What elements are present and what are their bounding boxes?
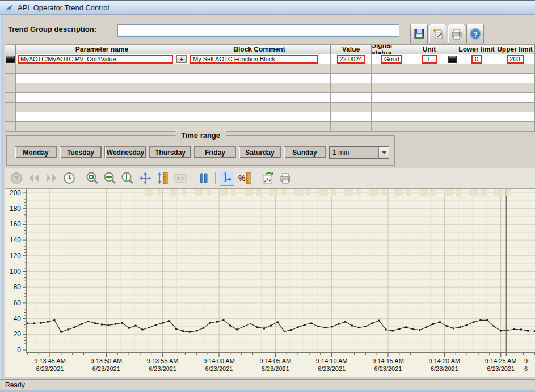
upper-limit-value[interactable]: 200 xyxy=(507,55,524,64)
trend-cursor-button[interactable] xyxy=(220,171,234,186)
svg-text:140: 140 xyxy=(10,236,21,244)
chevron-down-icon xyxy=(382,151,386,154)
help-icon: ? xyxy=(469,28,482,40)
trend-group-description-input[interactable] xyxy=(117,24,399,37)
value-text: 22.0024 xyxy=(337,55,365,64)
svg-text:120: 120 xyxy=(10,252,21,260)
step-back-button xyxy=(27,171,41,186)
svg-text:9:14:15 AM: 9:14:15 AM xyxy=(372,357,404,364)
table-row-empty[interactable] xyxy=(5,83,535,93)
col-block-comment: Block Comment xyxy=(188,44,331,54)
time-range-button[interactable] xyxy=(62,171,77,186)
col-parameter-name: Parameter name xyxy=(16,44,188,54)
row-select-button[interactable] xyxy=(5,54,16,64)
svg-text:100: 100 xyxy=(10,268,21,276)
svg-text:6/23/2021: 6/23/2021 xyxy=(36,365,64,372)
table-row-empty[interactable] xyxy=(5,93,535,103)
percent-scale-button[interactable]: % xyxy=(237,171,252,186)
svg-text:6/23/2021: 6/23/2021 xyxy=(318,365,346,372)
row-handle[interactable] xyxy=(6,56,15,63)
one-to-one-icon: 1:1 xyxy=(174,171,187,185)
signal-status-cell: Good xyxy=(372,54,412,64)
parameter-name-cell[interactable]: MyAOTC/MyAOTC.PV_Out#Value + xyxy=(16,54,188,64)
day-button-friday[interactable]: Friday xyxy=(194,146,236,158)
configure-trend-button[interactable] xyxy=(429,24,446,44)
time-range-clock-icon xyxy=(62,171,76,185)
day-button-sunday[interactable]: Sunday xyxy=(284,146,326,158)
zoom-horizontal-icon xyxy=(103,171,117,185)
y-axis-zoom-button[interactable] xyxy=(155,171,170,186)
table-row-empty[interactable] xyxy=(5,64,535,74)
unit-cell[interactable]: L xyxy=(412,54,446,64)
svg-text:160: 160 xyxy=(10,220,21,228)
svg-text:9:: 9: xyxy=(524,357,529,364)
table-row-empty[interactable] xyxy=(5,122,535,132)
svg-text:9:13:50 AM: 9:13:50 AM xyxy=(91,357,123,364)
window-title: APL Operator Trend Control xyxy=(18,3,109,12)
day-button-thursday[interactable]: Thursday xyxy=(149,146,191,158)
col-upper-limit: Upper limit xyxy=(495,44,535,54)
svg-text:6/23/2021: 6/23/2021 xyxy=(92,365,120,372)
step-back-icon xyxy=(28,174,40,183)
col-color xyxy=(446,44,458,54)
col-value: Value xyxy=(331,44,372,54)
time-range-label: Time range xyxy=(175,131,226,140)
svg-text:40: 40 xyxy=(14,315,22,323)
col-signal-status: Signal status xyxy=(372,44,412,54)
title-bar: APL Operator Trend Control xyxy=(0,0,535,15)
day-button-wednesday[interactable]: Wednesday xyxy=(104,146,146,158)
table-row-empty[interactable] xyxy=(5,103,535,112)
svg-text:6: 6 xyxy=(524,365,528,372)
svg-text:6/23/2021: 6/23/2021 xyxy=(262,365,289,372)
svg-text:9:13:45 AM: 9:13:45 AM xyxy=(34,357,66,364)
trend-chart[interactable]: 0204060801001201401601802009:13:45 AM6/2… xyxy=(5,188,535,377)
svg-text:6/23/2021: 6/23/2021 xyxy=(149,365,176,372)
day-button-tuesday[interactable]: Tuesday xyxy=(60,146,102,158)
lower-limit-value[interactable]: 0 xyxy=(471,55,482,64)
zoom-area-button[interactable] xyxy=(85,171,100,186)
interval-dropdown-button[interactable] xyxy=(378,147,389,158)
print-button[interactable] xyxy=(448,24,465,44)
svg-text:6/23/2021: 6/23/2021 xyxy=(487,365,515,372)
block-comment-value[interactable]: My Self AOTC Function Block xyxy=(190,55,318,64)
svg-text:%: % xyxy=(238,174,246,183)
chart-toolbar: ? xyxy=(5,168,535,188)
save-button[interactable] xyxy=(410,24,428,44)
parameter-table: Parameter name Block Comment Value Signa… xyxy=(5,44,535,132)
move-button[interactable] xyxy=(138,171,153,186)
parameter-name-value[interactable]: MyAOTC/MyAOTC.PV_Out#Value xyxy=(18,55,173,64)
help-button[interactable]: ? xyxy=(466,24,484,44)
pause-icon xyxy=(197,171,210,185)
day-button-monday[interactable]: Monday xyxy=(15,146,57,158)
pause-button[interactable] xyxy=(196,171,211,186)
interval-select[interactable]: 1 min xyxy=(329,146,389,159)
table-row-empty[interactable] xyxy=(5,112,535,122)
help-icon: ? xyxy=(10,172,23,184)
interval-selected-value: 1 min xyxy=(330,149,378,157)
upper-limit-cell[interactable]: 200 xyxy=(495,54,535,64)
day-button-saturday[interactable]: Saturday xyxy=(239,146,281,158)
step-forward-button xyxy=(44,171,59,186)
svg-text:9:14:10 AM: 9:14:10 AM xyxy=(316,357,348,364)
zoom-vertical-button[interactable] xyxy=(120,171,135,186)
app-icon xyxy=(5,3,14,12)
table-row-empty[interactable] xyxy=(5,74,535,83)
svg-text:80: 80 xyxy=(14,283,22,291)
add-parameter-button[interactable]: + xyxy=(176,55,187,63)
trend-plot[interactable]: 0204060801001201401601802009:13:45 AM6/2… xyxy=(5,188,535,377)
curve-color-cell[interactable] xyxy=(446,54,458,64)
printer-icon xyxy=(450,28,463,40)
lower-limit-cell[interactable]: 0 xyxy=(458,54,495,64)
row-header-column xyxy=(5,44,16,54)
svg-text:0: 0 xyxy=(17,346,21,354)
chart-print-button[interactable] xyxy=(278,171,293,186)
chart-help-button: ? xyxy=(9,171,24,186)
svg-text:9:14:20 AM: 9:14:20 AM xyxy=(429,357,461,364)
curve-color-swatch[interactable] xyxy=(448,56,457,63)
svg-text:?: ? xyxy=(473,30,478,39)
block-comment-cell[interactable]: My Self AOTC Function Block xyxy=(188,54,331,64)
zoom-horizontal-button[interactable] xyxy=(103,171,117,186)
trend-cursor-icon xyxy=(220,171,234,185)
trend-group-description-label: Trend Group description: xyxy=(8,25,96,33)
export-trend-button[interactable] xyxy=(260,171,275,186)
